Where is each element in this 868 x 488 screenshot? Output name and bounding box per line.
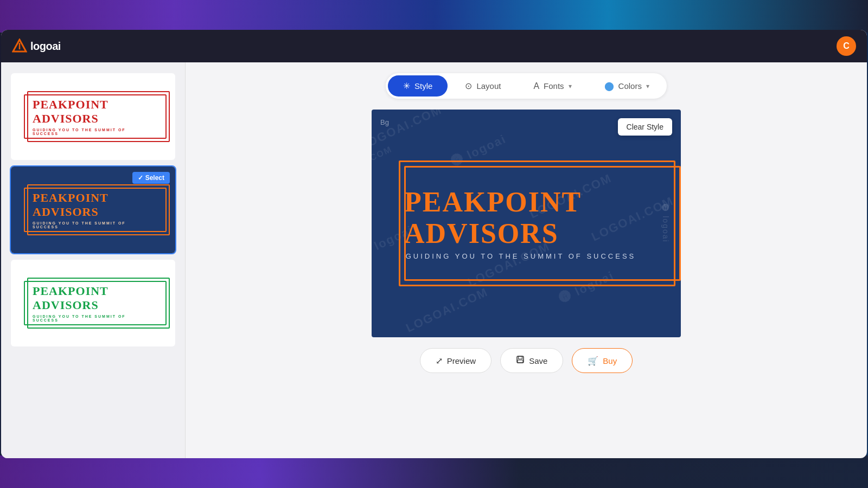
colors-icon: ⬤ [604, 81, 614, 91]
logo-frame-container: PeakPoint Advisors GUIDING YOU TO THE SU… [372, 160, 681, 286]
tab-colors[interactable]: ⬤ Colors ▾ [589, 75, 665, 97]
preview-icon: ⤢ [436, 356, 443, 366]
watermark-1: LOGOAI.COM [372, 110, 444, 153]
navbar-logo: logoai [12, 38, 61, 54]
main-logo-display: PeakPoint Advisors GUIDING YOU TO THE SU… [372, 160, 681, 286]
logo-frame-green: PeakPoint Advisors GUIDING YOU TO THE SU… [22, 278, 164, 329]
buy-icon: 🛒 [588, 356, 598, 366]
tab-fonts[interactable]: A Fonts ▾ [518, 75, 586, 97]
preview-logo-subtitle: GUIDING YOU TO THE SUMMIT OF SUCCESS [406, 252, 636, 260]
tab-fonts-label: Fonts [544, 81, 564, 91]
logo-preview-main-red: PeakPoint Advisors [33, 98, 154, 126]
svg-rect-2 [517, 356, 524, 363]
app-logo-icon [12, 38, 27, 54]
main-content: PeakPoint Advisors GUIDING YOU TO THE SU… [1, 62, 867, 458]
tab-style-label: Style [414, 81, 432, 91]
tab-layout-label: Layout [476, 81, 501, 91]
tab-bar: ✳ Style ⊙ Layout A Fonts ▾ ⬤ Colors ▾ [386, 73, 667, 99]
bg-label: Bg [380, 118, 389, 126]
tab-layout[interactable]: ⊙ Layout [450, 75, 516, 97]
fonts-chevron-icon: ▾ [569, 82, 572, 90]
save-label: Save [529, 356, 547, 365]
logo-preview-main-blue: PeakPoint Advisors [33, 191, 154, 219]
logo-frame-blue: PeakPoint Advisors GUIDING YOU TO THE SU… [22, 184, 164, 235]
fonts-icon: A [533, 81, 539, 91]
content-area: ✳ Style ⊙ Layout A Fonts ▾ ⬤ Colors ▾ [186, 62, 867, 458]
tab-style[interactable]: ✳ Style [388, 75, 448, 97]
logo-preview-sub-blue: GUIDING YOU TO THE SUMMIT OF SUCCESS [33, 221, 154, 229]
colors-chevron-icon: ▾ [646, 82, 649, 90]
select-badge[interactable]: ✓ Select [132, 172, 170, 184]
buy-label: Buy [603, 356, 617, 365]
app-logo-text: logoai [30, 40, 61, 53]
select-label: Select [145, 174, 164, 182]
navbar: logoai C [1, 30, 867, 62]
buy-button[interactable]: 🛒 Buy [572, 348, 633, 373]
logo-card-green[interactable]: PeakPoint Advisors GUIDING YOU TO THE SU… [10, 259, 176, 348]
save-button[interactable]: Save [500, 348, 563, 373]
logo-preview-sub-red: GUIDING YOU TO THE SUMMIT OF SUCCESS [33, 128, 154, 136]
logo-preview-sub-green: GUIDING YOU TO THE SUMMIT OF SUCCESS [33, 314, 154, 322]
sidebar: PeakPoint Advisors GUIDING YOU TO THE SU… [1, 62, 186, 458]
clear-style-button[interactable]: Clear Style [618, 118, 672, 136]
tab-colors-label: Colors [618, 81, 642, 91]
preview-canvas: LOGOAI.COM 🅐 logoai LOGOAI.COM 🅐 logoai … [372, 110, 681, 337]
layout-icon: ⊙ [465, 81, 472, 91]
action-bar: ⤢ Preview Save 🛒 Buy [420, 348, 633, 373]
logo-preview-main-green: PeakPoint Advisors [33, 284, 154, 312]
preview-logo-title: PeakPoint Advisors [404, 187, 637, 248]
save-icon [516, 355, 525, 366]
watermark-7: LOGOAI.COM [404, 285, 490, 336]
preview-button[interactable]: ⤢ Preview [420, 348, 492, 373]
check-icon: ✓ [138, 174, 143, 182]
app-container: logoai C PeakPoint Advisors GUIDING YOU … [1, 30, 867, 458]
logo-card-red[interactable]: PeakPoint Advisors GUIDING YOU TO THE SU… [10, 72, 176, 161]
logo-frame-red: PeakPoint Advisors GUIDING YOU TO THE SU… [22, 91, 164, 142]
logo-card-blue[interactable]: PeakPoint Advisors GUIDING YOU TO THE SU… [10, 165, 176, 254]
style-icon: ✳ [403, 81, 410, 91]
user-avatar[interactable]: C [837, 36, 856, 56]
preview-label: Preview [447, 356, 476, 365]
